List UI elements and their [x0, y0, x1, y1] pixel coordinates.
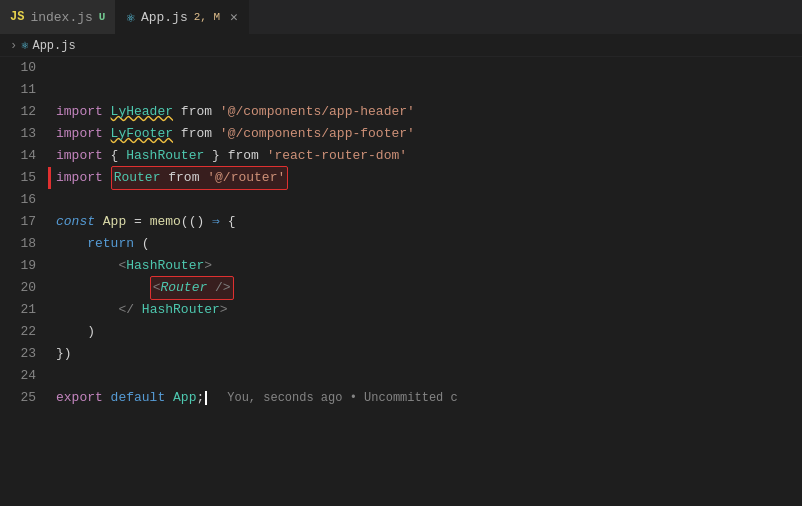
- code-line-20: <Router />: [56, 277, 802, 299]
- tab-label: index.js: [30, 10, 92, 25]
- tab-app-js[interactable]: ⚛ App.js 2, M ✕: [116, 0, 248, 34]
- code-content: import LyHeader from '@/components/app-h…: [48, 57, 802, 506]
- jsx-self-close: />: [215, 280, 231, 295]
- export-app: App: [173, 387, 196, 409]
- tag-gt: >: [220, 299, 228, 321]
- code-line-22: ): [56, 321, 802, 343]
- highlight-router-jsx: <Router />: [150, 276, 234, 300]
- text-cursor: [205, 391, 207, 405]
- arrow-token: ⇒: [212, 211, 220, 233]
- jsx-hashrouter-close: HashRouter: [142, 299, 220, 321]
- line-numbers: 10 11 12 13 14 15 16 17 18 19 20 21 22 2…: [0, 57, 48, 506]
- tab-badge-u: U: [99, 11, 106, 23]
- code-line-19: <HashRouter>: [56, 255, 802, 277]
- jsx-router-tag: Router: [160, 280, 207, 295]
- code-editor: 10 11 12 13 14 15 16 17 18 19 20 21 22 2…: [0, 57, 802, 506]
- code-line-15: import Router from '@/router': [56, 167, 802, 189]
- react-file-icon: ⚛: [126, 9, 134, 26]
- keyword-import: import: [56, 101, 111, 123]
- tag-close: >: [204, 255, 212, 277]
- code-line-23: }): [56, 343, 802, 365]
- code-line-18: return (: [56, 233, 802, 255]
- string-path: '@/router': [207, 170, 285, 185]
- breadcrumb-file: App.js: [32, 39, 75, 53]
- code-line-16: [56, 189, 802, 211]
- keyword-import: import: [56, 145, 111, 167]
- tab-label: App.js: [141, 10, 188, 25]
- keyword-default: default: [111, 387, 173, 409]
- code-line-21: </ HashRouter>: [56, 299, 802, 321]
- code-line-12: import LyHeader from '@/components/app-h…: [56, 101, 802, 123]
- tab-bar: JS index.js U ⚛ App.js 2, M ✕: [0, 0, 802, 35]
- fn-app: App: [103, 211, 126, 233]
- code-line-11: [56, 79, 802, 101]
- code-line-25: export default App; You, seconds ago • U…: [56, 387, 802, 409]
- tab-badge-m: 2, M: [194, 11, 220, 23]
- component-lyfooter: LyFooter: [111, 123, 173, 145]
- keyword-return: return: [87, 233, 142, 255]
- git-status-text: You, seconds ago • Uncommitted c: [227, 387, 457, 409]
- tag-open-slash: </: [118, 299, 134, 321]
- string-path: '@/components/app-footer': [220, 123, 415, 145]
- component-router: Router: [114, 170, 161, 185]
- highlight-router-line: Router from '@/router': [111, 166, 289, 190]
- tag-open: <: [118, 255, 126, 277]
- string-path: '@/components/app-header': [220, 101, 415, 123]
- code-line-17: const App = memo(() ⇒ {: [56, 211, 802, 233]
- string-path: 'react-router-dom': [267, 145, 407, 167]
- close-icon[interactable]: ✕: [230, 9, 238, 25]
- component-lyheader: LyHeader: [111, 101, 173, 123]
- keyword-const: const: [56, 211, 103, 233]
- js-file-icon: JS: [10, 10, 24, 24]
- keyword-import: import: [56, 123, 111, 145]
- code-line-14: import { HashRouter } from 'react-router…: [56, 145, 802, 167]
- keyword-import: import: [56, 167, 103, 189]
- breadcrumb-sep: ›: [10, 39, 17, 53]
- component-hashrouter: HashRouter: [126, 145, 204, 167]
- tab-index-js[interactable]: JS index.js U: [0, 0, 116, 34]
- code-line-24: [56, 365, 802, 387]
- react-breadcrumb-icon: ⚛: [21, 38, 28, 53]
- fn-memo: memo: [150, 211, 181, 233]
- code-line-13: import LyFooter from '@/components/app-f…: [56, 123, 802, 145]
- code-line-10: [56, 57, 802, 79]
- breadcrumb: › ⚛ App.js: [0, 35, 802, 57]
- keyword-export: export: [56, 387, 111, 409]
- jsx-hashrouter-open: HashRouter: [126, 255, 204, 277]
